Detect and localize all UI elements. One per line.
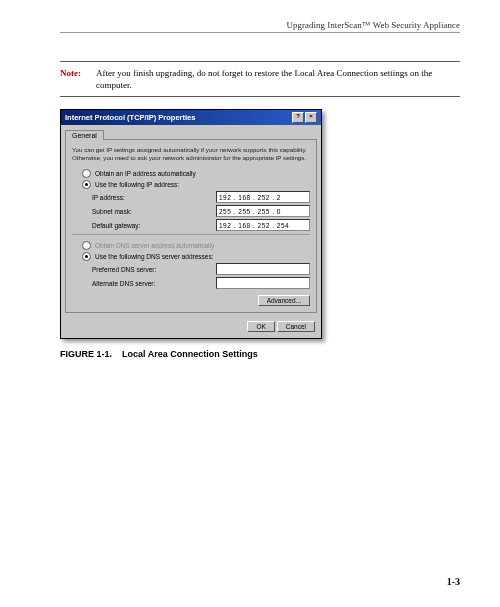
help-icon[interactable]: ? bbox=[292, 112, 304, 123]
note-text: After you finish upgrading, do not forge… bbox=[96, 67, 460, 91]
radio-use-dns[interactable]: Use the following DNS server addresses: bbox=[82, 252, 310, 261]
note-block: Note: After you finish upgrading, do not… bbox=[60, 61, 460, 97]
radio-use-ip[interactable]: Use the following IP address: bbox=[82, 180, 310, 189]
dialog-panel: You can get IP settings assigned automat… bbox=[65, 139, 317, 313]
cancel-button[interactable]: Cancel bbox=[277, 321, 315, 332]
radio-label: Obtain an IP address automatically bbox=[95, 170, 196, 177]
dialog-title: Internet Protocol (TCP/IP) Properties bbox=[65, 113, 195, 122]
radio-label: Use the following DNS server addresses: bbox=[95, 253, 214, 260]
default-gateway-input[interactable]: 192 . 168 . 252 . 254 bbox=[216, 219, 310, 231]
radio-label: Use the following IP address: bbox=[95, 181, 179, 188]
close-icon[interactable]: × bbox=[305, 112, 317, 123]
field-label: Preferred DNS server: bbox=[92, 266, 156, 273]
subnet-mask-input[interactable]: 255 . 255 . 255 . 0 bbox=[216, 205, 310, 217]
field-label: IP address: bbox=[92, 194, 125, 201]
field-preferred-dns: Preferred DNS server: bbox=[92, 263, 310, 275]
field-subnet-mask: Subnet mask: 255 . 255 . 255 . 0 bbox=[92, 205, 310, 217]
radio-icon bbox=[82, 252, 91, 261]
radio-icon bbox=[82, 180, 91, 189]
page-number: 1-3 bbox=[447, 576, 460, 587]
dialog-description: You can get IP settings assigned automat… bbox=[72, 146, 310, 161]
tab-general[interactable]: General bbox=[65, 130, 104, 140]
field-label: Default gateway: bbox=[92, 222, 140, 229]
radio-icon bbox=[82, 169, 91, 178]
divider bbox=[72, 234, 310, 235]
field-default-gateway: Default gateway: 192 . 168 . 252 . 254 bbox=[92, 219, 310, 231]
tcpip-properties-dialog: Internet Protocol (TCP/IP) Properties ? … bbox=[60, 109, 322, 339]
tab-row: General bbox=[61, 125, 321, 139]
field-label: Subnet mask: bbox=[92, 208, 132, 215]
dialog-titlebar: Internet Protocol (TCP/IP) Properties ? … bbox=[61, 110, 321, 125]
field-alternate-dns: Alternate DNS server: bbox=[92, 277, 310, 289]
radio-obtain-ip[interactable]: Obtain an IP address automatically bbox=[82, 169, 310, 178]
radio-icon bbox=[82, 241, 91, 250]
figure-title: Local Area Connection Settings bbox=[122, 349, 258, 359]
figure-label: FIGURE 1-1. bbox=[60, 349, 112, 359]
advanced-button[interactable]: Advanced... bbox=[258, 295, 310, 306]
alternate-dns-input[interactable] bbox=[216, 277, 310, 289]
radio-obtain-dns: Obtain DNS server address automatically bbox=[82, 241, 310, 250]
preferred-dns-input[interactable] bbox=[216, 263, 310, 275]
note-label: Note: bbox=[60, 67, 96, 91]
ok-button[interactable]: OK bbox=[247, 321, 274, 332]
field-ip-address: IP address: 192 . 168 . 252 . 2 bbox=[92, 191, 310, 203]
field-label: Alternate DNS server: bbox=[92, 280, 155, 287]
radio-label: Obtain DNS server address automatically bbox=[95, 242, 214, 249]
ip-address-input[interactable]: 192 . 168 . 252 . 2 bbox=[216, 191, 310, 203]
page-header: Upgrading InterScan™ Web Security Applia… bbox=[60, 20, 460, 33]
figure-caption: FIGURE 1-1. Local Area Connection Settin… bbox=[60, 349, 460, 359]
